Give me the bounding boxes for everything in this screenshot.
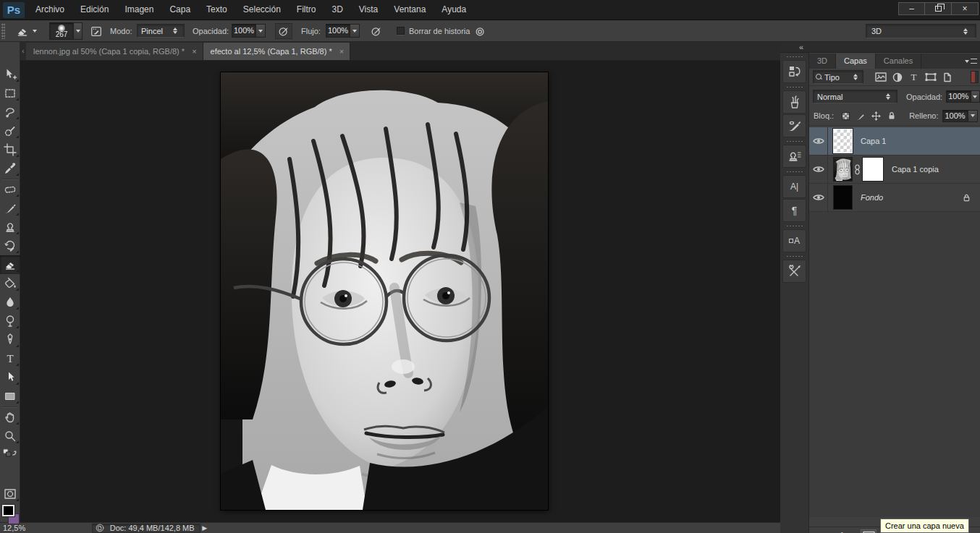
filter-shape-layers-button[interactable] [922, 70, 939, 84]
options-grip[interactable] [1, 23, 5, 39]
layer-row-capa1-copia[interactable]: Capa 1 copia [809, 155, 980, 184]
blur-tool[interactable] [0, 293, 20, 312]
document-tab-efecto[interactable]: efecto al 12,5% (Capa 1, RGB/8) * × [203, 43, 351, 60]
toggle-brush-panel-button[interactable] [88, 24, 104, 38]
tool-preset-picker[interactable] [12, 23, 41, 39]
opacity-dropdown-button[interactable] [256, 24, 266, 38]
layer-style-button[interactable]: fx [840, 531, 852, 533]
layer-mask-thumbnail[interactable] [862, 157, 884, 182]
menu-vista[interactable]: Vista [351, 0, 386, 20]
tab-scroll-left-button[interactable]: ‹ [20, 43, 26, 60]
menu-texto[interactable]: Texto [198, 0, 235, 20]
character-panel-button[interactable]: A| [782, 175, 806, 198]
filter-adjustment-layers-button[interactable] [889, 70, 905, 84]
panel-fill-dropdown-button[interactable] [968, 110, 978, 122]
foreground-color-swatch[interactable] [2, 505, 14, 516]
visibility-toggle[interactable] [809, 155, 828, 184]
filter-smart-objects-button[interactable] [939, 70, 955, 84]
filter-toggle-switch[interactable] [971, 71, 979, 83]
eyedropper-tool[interactable] [0, 159, 20, 178]
restore-button[interactable] [925, 2, 952, 15]
panel-group-grip[interactable] [786, 255, 803, 258]
history-panel-button[interactable] [782, 60, 806, 83]
brush-presets-panel-button[interactable] [782, 90, 806, 114]
layer-thumbnail[interactable] [833, 185, 853, 210]
workspace-switcher[interactable]: 3D [866, 24, 976, 38]
pressure-size-button[interactable] [472, 23, 489, 39]
document-tab-lennon[interactable]: lennon.jpg al 50% (Capa 1 copia, RGB/8) … [26, 43, 203, 60]
panel-opacity-dropdown-button[interactable] [971, 90, 980, 103]
visibility-toggle[interactable] [809, 184, 828, 212]
airbrush-button[interactable] [368, 23, 385, 39]
menu-archivo[interactable]: Archivo [28, 0, 72, 20]
canvas-area[interactable] [20, 61, 780, 522]
lock-pixels-button[interactable] [853, 109, 869, 123]
collapse-panels-button[interactable]: « [795, 43, 808, 52]
doc-size-indicator[interactable]: Doc: 49,4 MB/142,8 MB [92, 524, 200, 533]
history-brush-tool[interactable] [0, 236, 20, 255]
layer-thumbnail[interactable] [833, 129, 853, 153]
menu-3d[interactable]: 3D [324, 0, 350, 20]
panel-group-grip[interactable] [786, 86, 803, 89]
flow-value-well[interactable]: 100% [326, 24, 350, 38]
zoom-tool[interactable] [0, 427, 20, 445]
close-button[interactable]: × [952, 2, 979, 15]
add-layer-mask-button[interactable] [861, 529, 876, 533]
close-icon[interactable]: × [339, 47, 344, 56]
brush-picker-button[interactable] [74, 22, 83, 40]
crop-tool[interactable] [0, 140, 20, 159]
menu-ventana[interactable]: Ventana [386, 0, 434, 20]
opacity-value-well[interactable]: 100% [232, 24, 256, 38]
visibility-toggle[interactable] [809, 127, 828, 155]
zoom-level-field[interactable]: 12,5% [3, 524, 25, 532]
lock-all-button[interactable] [884, 109, 899, 123]
rectangular-marquee-tool[interactable] [0, 84, 20, 103]
lasso-tool[interactable] [0, 103, 20, 121]
path-selection-tool[interactable] [0, 368, 20, 387]
panel-group-grip[interactable] [786, 140, 803, 143]
layer-name[interactable]: Capa 1 [861, 137, 886, 145]
panel-group-grip[interactable] [786, 225, 803, 228]
paragraph-panel-button[interactable]: ¶ [782, 199, 806, 222]
menu-edicion[interactable]: Edición [72, 0, 117, 20]
eraser-tool[interactable] [0, 255, 20, 274]
tab-capas[interactable]: Capas [836, 54, 876, 69]
clone-source-panel-button[interactable] [782, 145, 806, 168]
tool-presets-panel-button[interactable] [782, 260, 806, 283]
tab-canales[interactable]: Canales [876, 54, 921, 69]
character-styles-panel-button[interactable]: A [782, 229, 806, 252]
menu-ayuda[interactable]: Ayuda [434, 0, 474, 20]
menu-seleccion[interactable]: Selección [235, 0, 289, 20]
hand-tool[interactable] [0, 408, 20, 427]
type-tool[interactable]: T [0, 349, 20, 368]
quick-mask-button[interactable] [0, 485, 20, 503]
clone-stamp-tool[interactable] [0, 218, 20, 236]
dodge-tool[interactable] [0, 312, 20, 331]
document-image[interactable] [221, 72, 548, 510]
brush-tool[interactable] [0, 199, 20, 218]
panel-menu-button[interactable] [965, 54, 977, 69]
tablet-opacity-button[interactable] [275, 23, 292, 39]
quick-selection-tool[interactable] [0, 121, 20, 140]
layer-name[interactable]: Fondo [861, 193, 883, 202]
status-menu-arrow-icon[interactable]: ▶ [202, 524, 207, 532]
paint-bucket-tool[interactable] [0, 274, 20, 293]
filter-pixel-layers-button[interactable] [872, 70, 889, 84]
brush-preview-well[interactable]: 267 [49, 22, 74, 40]
flow-dropdown-button[interactable] [350, 24, 360, 38]
minimize-button[interactable]: – [898, 2, 925, 15]
menu-capa[interactable]: Capa [161, 0, 198, 20]
rectangle-tool[interactable] [0, 387, 20, 406]
mode-dropdown[interactable]: Pincel [137, 24, 185, 38]
brush-panel-button[interactable] [782, 114, 806, 137]
panel-fill-value[interactable]: 100% [942, 110, 968, 122]
move-tool[interactable] [0, 65, 20, 84]
menu-imagen[interactable]: Imagen [117, 0, 161, 20]
filter-kind-dropdown[interactable]: Tipo [813, 70, 863, 84]
blend-mode-dropdown[interactable]: Normal [813, 90, 897, 103]
panel-group-grip[interactable] [786, 56, 803, 59]
panel-opacity-value[interactable]: 100% [946, 90, 971, 103]
erase-history-checkbox[interactable] [397, 27, 405, 35]
lock-position-button[interactable] [869, 109, 884, 123]
menu-filtro[interactable]: Filtro [289, 0, 324, 20]
